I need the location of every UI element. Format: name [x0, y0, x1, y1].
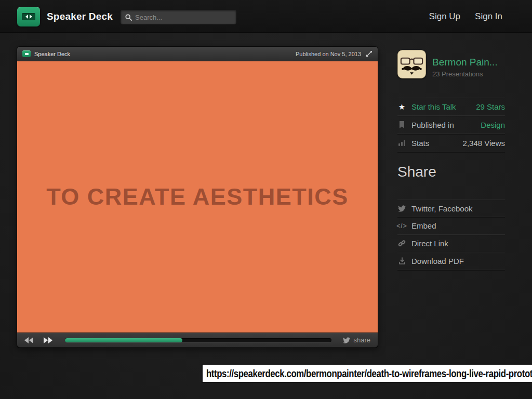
sign-in-link[interactable]: Sign In: [475, 11, 502, 22]
share-direct-link-row[interactable]: Direct Link: [397, 235, 505, 252]
share-download-pdf-label: Download PDF: [411, 257, 464, 265]
star-this-talk-row[interactable]: ★ Star this Talk 29 Stars: [397, 98, 505, 116]
star-icon: ★: [397, 103, 406, 111]
download-icon: [397, 257, 406, 265]
published-in-category: Design: [481, 121, 505, 129]
share-embed-row[interactable]: </> Embed: [397, 217, 505, 235]
share-twitter-facebook-row[interactable]: Twitter, Facebook: [397, 200, 505, 217]
search-box[interactable]: [121, 10, 236, 24]
player-controls: share: [17, 332, 378, 347]
slide-title: TO CREATE AESTHETICS: [46, 183, 349, 210]
rewind-icon[interactable]: [24, 337, 33, 343]
share-download-pdf-row[interactable]: Download PDF: [397, 252, 505, 270]
player-share-label: share: [353, 336, 370, 344]
stats-row[interactable]: Stats 2,348 Views: [397, 134, 505, 152]
published-in-row[interactable]: Published in Design: [397, 116, 505, 134]
share-heading: Share: [397, 164, 505, 180]
twitter-icon: [397, 205, 406, 212]
talk-stats-list: ★ Star this Talk 29 Stars Published in D…: [397, 98, 505, 152]
star-label: Star this Talk: [411, 102, 456, 111]
top-navbar: Speaker Deck Sign Up Sign In: [0, 0, 532, 33]
search-input[interactable]: [135, 14, 232, 21]
share-direct-link-label: Direct Link: [411, 239, 448, 248]
presentation-player: Speaker Deck Published on Nov 5, 2013 TO…: [17, 47, 378, 348]
share-embed-label: Embed: [411, 221, 436, 230]
mustache-glasses-avatar: [397, 50, 426, 78]
search-icon: [125, 14, 132, 21]
link-icon: [397, 240, 406, 247]
published-date: Published on Nov 5, 2013: [296, 51, 361, 57]
progress-fill: [65, 338, 182, 342]
speakerdeck-logo[interactable]: [17, 7, 40, 26]
brand-title[interactable]: Speaker Deck: [47, 0, 113, 33]
star-count: 29 Stars: [476, 102, 505, 111]
share-twitter-facebook-label: Twitter, Facebook: [411, 204, 473, 213]
twitter-icon: [343, 337, 350, 343]
author-profile[interactable]: Bermon Pain... 23 Presentations: [397, 50, 505, 78]
sidebar: Bermon Pain... 23 Presentations ★ Star t…: [397, 50, 505, 270]
slide[interactable]: TO CREATE AESTHETICS: [17, 61, 378, 332]
progress-bar[interactable]: [65, 338, 331, 342]
author-presentations: 23 Presentations: [432, 70, 498, 78]
views-count: 2,348 Views: [463, 139, 505, 148]
bookmark-icon: [397, 121, 406, 129]
url-banner: https://speakerdeck.com/bermonpainter/de…: [202, 364, 532, 383]
url-text: https://speakerdeck.com/bermonpainter/de…: [206, 367, 532, 380]
author-name[interactable]: Bermon Pain...: [432, 57, 498, 68]
sign-up-link[interactable]: Sign Up: [429, 11, 460, 22]
player-header: Speaker Deck Published on Nov 5, 2013: [17, 47, 378, 61]
player-header-title: Speaker Deck: [34, 51, 70, 57]
auth-links: Sign Up Sign In: [429, 0, 502, 33]
bar-chart-icon: [397, 140, 406, 146]
published-in-label: Published in: [411, 121, 454, 129]
stats-label: Stats: [411, 139, 429, 148]
speakerdeck-mini-logo-icon[interactable]: [22, 50, 31, 57]
embed-code-icon: </>: [397, 222, 406, 230]
share-options-list: Twitter, Facebook </> Embed Direct Link: [397, 200, 505, 270]
fast-forward-icon[interactable]: [44, 337, 52, 343]
fullscreen-expand-icon[interactable]: [366, 50, 373, 57]
speakerdeck-logo-glyph: [22, 13, 35, 20]
player-share-button[interactable]: share: [343, 336, 370, 344]
